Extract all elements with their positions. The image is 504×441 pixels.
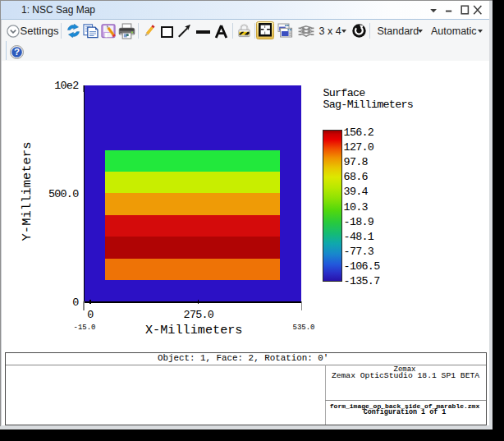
svg-text:?: ? (14, 47, 20, 57)
